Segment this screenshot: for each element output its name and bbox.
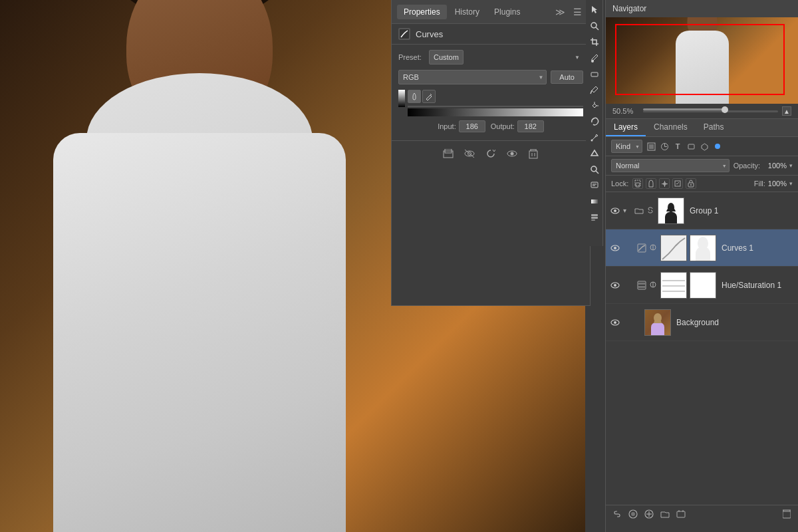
tab-plugins[interactable]: Plugins <box>487 5 527 19</box>
svg-point-38 <box>591 166 597 172</box>
zoom-thumb[interactable] <box>722 106 728 113</box>
notes-tool[interactable] <box>587 178 602 193</box>
lock-image-btn[interactable] <box>646 178 656 189</box>
menu-icon[interactable]: ☰ <box>571 5 585 19</box>
add-mask-btn[interactable] <box>627 508 639 520</box>
svg-rect-44 <box>591 214 598 216</box>
group-layers-btn[interactable] <box>659 508 671 520</box>
crop-tool[interactable] <box>587 35 602 49</box>
lasso-tool[interactable] <box>587 114 602 129</box>
svg-point-32 <box>591 60 594 63</box>
layer-thumb-background <box>644 309 671 336</box>
filter-shape-icon[interactable] <box>685 140 697 152</box>
curves-icon <box>398 28 410 40</box>
panel-tabs: Properties History Plugins ≫ ☰ <box>392 0 590 24</box>
svg-rect-74 <box>638 281 646 289</box>
filter-smart-icon[interactable] <box>698 140 710 152</box>
healing-tool[interactable] <box>587 98 602 113</box>
preset-select-wrapper: Custom <box>429 50 583 65</box>
curve-hand-tool[interactable] <box>408 90 421 103</box>
gradient-tool[interactable] <box>587 194 602 209</box>
fill-value[interactable]: 100% <box>768 180 787 188</box>
delete-layer-btn[interactable] <box>781 508 793 520</box>
zoom-value: 50.5% <box>612 107 639 115</box>
reset-btn[interactable] <box>483 146 498 161</box>
layer-link-group1[interactable] <box>647 207 655 215</box>
layer-expand-group1[interactable]: ▾ <box>623 207 631 214</box>
zoom-track[interactable] <box>643 110 778 112</box>
nav-zoom-bar: 50.5% ▲ <box>606 104 798 118</box>
preset-select[interactable]: Custom <box>429 50 464 65</box>
zoom-tool[interactable] <box>587 162 602 177</box>
quick-select-tool[interactable] <box>587 19 602 33</box>
layer-item-background[interactable]: Background <box>606 304 798 341</box>
layer-link-huesat[interactable] <box>650 281 658 289</box>
lock-label: Lock: <box>611 180 628 188</box>
tab-layers[interactable]: Layers <box>606 119 646 136</box>
zoom-in-btn[interactable]: ▲ <box>782 106 791 116</box>
lock-transparent-btn[interactable] <box>632 178 643 189</box>
tab-properties[interactable]: Properties <box>397 5 447 19</box>
layer-link-curves1[interactable] <box>650 244 658 252</box>
layer-item-curves1[interactable]: Curves 1 <box>606 229 798 267</box>
layer-mask-huesat <box>690 272 716 299</box>
eraser-tool[interactable] <box>587 66 602 81</box>
filter-adjustment-icon[interactable] <box>658 140 670 152</box>
lock-artboard-btn[interactable] <box>672 178 683 189</box>
expand-icon[interactable]: ≫ <box>553 5 568 19</box>
layer-visibility-background[interactable] <box>610 317 620 328</box>
channels-icon[interactable] <box>587 210 602 225</box>
svg-rect-75 <box>638 283 645 285</box>
blend-select[interactable]: Normal Multiply Screen Overlay <box>611 159 730 172</box>
add-adjustment-btn[interactable] <box>643 508 655 520</box>
tab-history[interactable]: History <box>448 5 486 19</box>
layer-mask-curves1 <box>690 235 716 261</box>
layer-visibility-huesat[interactable] <box>610 280 620 291</box>
panel-header: Curves <box>392 24 590 45</box>
output-value[interactable] <box>517 120 544 132</box>
kind-select[interactable]: Kind <box>611 140 642 153</box>
svg-rect-76 <box>638 286 645 288</box>
blend-select-wrapper: Normal Multiply Screen Overlay <box>611 159 730 172</box>
filter-active-icon[interactable] <box>712 140 724 152</box>
auto-button[interactable]: Auto <box>551 70 583 84</box>
delete-btn[interactable] <box>526 146 541 161</box>
new-layer-btn[interactable] <box>675 508 687 520</box>
layer-visibility-curves1[interactable] <box>610 243 620 253</box>
link-layers-btn[interactable] <box>611 508 623 520</box>
layer-item-huesat[interactable]: Hue/Saturation 1 <box>606 267 798 304</box>
clip-btn[interactable] <box>441 146 456 161</box>
tab-channels[interactable]: Channels <box>646 119 696 136</box>
nav-viewport-box[interactable] <box>615 24 784 95</box>
svg-line-31 <box>596 27 598 30</box>
curves-bottom-toolbar <box>392 140 590 166</box>
filter-type-icon[interactable]: T <box>672 140 684 152</box>
channel-select[interactable]: RGB Red Green Blue <box>398 70 547 84</box>
fill-arrow[interactable]: ▾ <box>789 180 793 187</box>
visibility-btn[interactable] <box>462 146 477 161</box>
output-field: Output: <box>491 120 544 132</box>
pen-tool[interactable] <box>587 130 602 145</box>
curves-graph[interactable] <box>408 106 583 107</box>
lock-all-btn[interactable] <box>686 178 696 189</box>
layers-tabs: Layers Channels Paths <box>606 119 798 137</box>
hoodie-body <box>53 133 346 532</box>
opacity-arrow[interactable]: ▾ <box>789 162 793 169</box>
input-value[interactable] <box>459 120 485 132</box>
layer-visibility-group1[interactable] <box>610 205 620 216</box>
fill-row: Fill: 100% ▾ <box>754 180 793 188</box>
brush-tool[interactable] <box>587 51 602 65</box>
input-field: Input: <box>438 120 485 132</box>
eyedropper-tool[interactable] <box>587 82 602 97</box>
curve-pen-tool[interactable] <box>422 90 436 103</box>
opacity-value[interactable]: 100% <box>763 162 787 170</box>
layer-item-group1[interactable]: ▾ Gro <box>606 192 798 229</box>
lock-position-btn[interactable] <box>659 178 670 189</box>
show-hide-btn[interactable] <box>505 146 519 161</box>
select-tool[interactable] <box>587 3 602 17</box>
tab-paths[interactable]: Paths <box>696 119 732 136</box>
filter-pixel-icon[interactable] <box>645 140 657 152</box>
input-label: Input: <box>438 122 456 130</box>
shape-tool[interactable] <box>587 146 602 161</box>
svg-rect-83 <box>690 273 716 298</box>
